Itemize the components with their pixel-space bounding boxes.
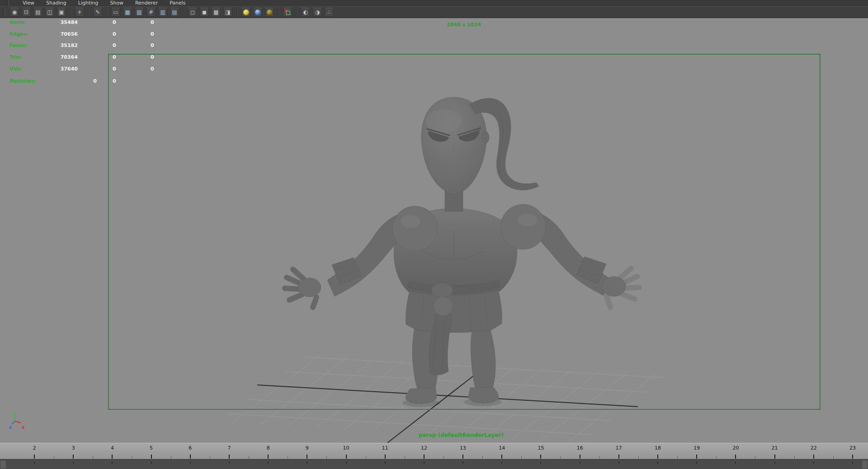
x-axis-label: x: [22, 425, 25, 430]
frame-minor-tick: [755, 456, 755, 459]
range-tick: [229, 461, 230, 464]
hud-value: 37640: [0, 66, 78, 73]
film-gate-icon[interactable]: ▭: [111, 8, 120, 17]
frame-tick: [229, 455, 230, 459]
range-end-handle[interactable]: [862, 460, 868, 469]
frame-tick: [540, 455, 541, 459]
range-tick: [852, 461, 853, 464]
frame-tick: [462, 455, 463, 459]
safe-action-icon[interactable]: ▥: [158, 8, 167, 17]
frame-tick: [657, 455, 658, 459]
xray-joints-icon[interactable]: ◑: [313, 8, 322, 17]
frame-label: 4: [103, 445, 121, 451]
range-tick: [424, 461, 425, 464]
isolate-select-icon[interactable]: [283, 8, 292, 17]
range-tick: [385, 461, 386, 464]
frame-tick: [774, 455, 775, 459]
safe-title-icon[interactable]: ▤: [170, 8, 179, 17]
frame-label: 16: [571, 445, 589, 451]
range-tick: [307, 461, 307, 464]
frame-minor-tick: [210, 456, 210, 459]
field-chart-icon[interactable]: #: [146, 8, 156, 17]
range-tick: [190, 461, 191, 464]
frame-label: 12: [415, 445, 433, 451]
frame-minor-tick: [560, 456, 561, 459]
range-tick: [112, 461, 113, 464]
range-tick: [813, 461, 814, 464]
plugin-shapes-icon[interactable]: ∴: [325, 8, 334, 17]
hud-value: 35182: [0, 42, 78, 49]
range-tick: [696, 461, 697, 464]
frame-tick: [307, 455, 307, 459]
frame-minor-tick: [288, 456, 288, 459]
range-tick: [580, 461, 580, 464]
time-slider[interactable]: 234567891011121314151617181920212223: [0, 443, 868, 459]
shadows-icon[interactable]: [253, 8, 262, 17]
shaded-icon[interactable]: ◼: [200, 8, 209, 17]
hud-row-verts: Verts:3548400: [0, 19, 190, 26]
frame-tick: [385, 455, 386, 459]
menu-item-lighting[interactable]: Lighting: [78, 0, 98, 6]
menu-item-renderer[interactable]: Renderer: [135, 0, 158, 6]
frame-minor-tick: [443, 456, 444, 459]
hud-col2-value: 0: [113, 19, 116, 26]
hud-col3-value: 0: [151, 31, 154, 38]
menu-item-show[interactable]: Show: [110, 0, 123, 6]
two-d-pan-zoom-icon[interactable]: +: [75, 8, 84, 17]
all-lights-icon-glyph: [243, 9, 249, 15]
menu-item-view[interactable]: View: [23, 0, 34, 6]
ambient-occlusion-icon[interactable]: [265, 8, 274, 17]
menu-bar: ViewShadingLightingShowRendererPanels: [0, 0, 868, 6]
xray-icon[interactable]: ◐: [301, 8, 310, 17]
frame-label: 17: [610, 445, 628, 451]
bookmarks-icon[interactable]: ◫: [45, 8, 54, 17]
view-axis-gizmo: z x: [8, 410, 30, 432]
range-start-handle[interactable]: [0, 460, 6, 469]
toolbar-separator: [70, 8, 71, 16]
hud-col2-value: 0: [113, 42, 116, 49]
wireframe-icon[interactable]: ◻: [188, 8, 197, 17]
camera-attributes-icon[interactable]: ▤: [33, 8, 42, 17]
maya-viewport-window: ViewShadingLightingShowRendererPanels ◉⊡…: [0, 0, 868, 469]
resolution-gate-icon[interactable]: ▦: [123, 8, 132, 17]
range-tick: [462, 461, 463, 464]
frame-tick: [424, 455, 425, 459]
hud-col3-value: 0: [151, 54, 154, 61]
hud-col3-value: 0: [151, 66, 154, 73]
frame-label: 22: [805, 445, 823, 451]
camera-name-label: persp (defaultRenderLayer): [326, 432, 597, 438]
grease-pencil-icon[interactable]: ✎: [93, 8, 102, 17]
frame-minor-tick: [93, 456, 93, 459]
frame-label: 18: [649, 445, 667, 451]
shadows-icon-glyph: [255, 9, 261, 15]
hud-row-uvs: UVs:3764000: [0, 66, 190, 73]
frame-tick: [735, 455, 736, 459]
frame-tick: [268, 455, 269, 459]
menu-item-shading[interactable]: Shading: [46, 0, 66, 6]
select-camera-icon[interactable]: ◉: [10, 8, 19, 17]
range-tick: [34, 461, 35, 464]
image-plane-icon[interactable]: ▣: [57, 8, 66, 17]
range-tick: [268, 461, 269, 464]
frame-tick: [580, 455, 580, 459]
frame-label: 2: [25, 445, 43, 451]
range-tick: [73, 461, 74, 464]
all-lights-icon[interactable]: [241, 8, 250, 17]
frame-tick: [813, 455, 814, 459]
textured-icon[interactable]: ▩: [212, 8, 221, 17]
hud-col3-value: 0: [151, 42, 154, 49]
hud-stats: Verts:3548400Edges:7065600Faces:3518200T…: [0, 18, 190, 108]
frame-label: 23: [844, 445, 862, 451]
hud-row-particles: Particles:00: [0, 78, 190, 85]
menu-item-panels[interactable]: Panels: [170, 0, 185, 6]
lock-camera-icon[interactable]: ⊡: [22, 8, 31, 17]
frame-label: 10: [337, 445, 355, 451]
range-slider[interactable]: [0, 459, 868, 469]
frame-tick: [346, 455, 347, 459]
panel-toolbar: ◉⊡▤◫▣+✎▭▦▧#▥▤◻◼▩◨◐◑∴: [0, 6, 868, 18]
gate-mask-icon[interactable]: ▧: [135, 8, 144, 17]
resolution-gate: [108, 54, 821, 410]
viewport-canvas[interactable]: Verts:3548400Edges:7065600Faces:3518200T…: [0, 18, 868, 443]
default-material-icon[interactable]: ◨: [223, 8, 232, 17]
hud-col3-value: 0: [151, 19, 154, 26]
